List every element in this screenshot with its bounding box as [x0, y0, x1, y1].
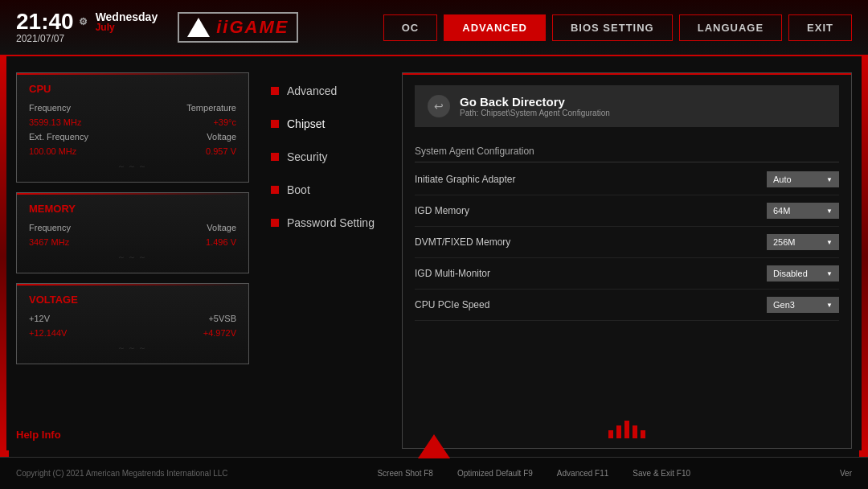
cpu-ext-row: Ext. Frequency Voltage: [29, 132, 236, 142]
menu-dot-security: [271, 153, 279, 161]
bottom-center-triangle: [418, 434, 450, 458]
settings-section-header: System Agent Configuration: [415, 139, 839, 162]
mem-volt-label: Voltage: [207, 223, 236, 232]
right-panel: ↩ Go Back Directory Path: Chipset\System…: [402, 72, 852, 449]
left-panel: CPU Frequency Temperature 3599.13 MHz +3…: [16, 72, 249, 449]
settings-row-2: DVMT/FIXED Memory 256M ▼: [415, 227, 839, 258]
cpu-freq-row: Frequency Temperature: [29, 103, 236, 113]
dropdown-arrow-3: ▼: [826, 270, 833, 277]
main-content: CPU Frequency Temperature 3599.13 MHz +3…: [0, 56, 868, 457]
settings-dropdown-4[interactable]: Gen3 ▼: [767, 297, 839, 313]
memory-title: MEMORY: [29, 203, 236, 215]
clock-day: Wednesday: [96, 11, 158, 23]
tab-oc[interactable]: OC: [383, 14, 438, 41]
gear-icon: ⚙: [79, 17, 88, 27]
cpu-temp-value: +39°c: [213, 117, 236, 127]
go-back-title: Go Back Directory: [460, 95, 610, 109]
settings-value-4: Gen3: [773, 300, 795, 310]
voltage-title: VOLTAGE: [29, 294, 236, 306]
go-back-icon: ↩: [428, 95, 450, 117]
menu-dot-password: [271, 219, 279, 227]
dropdown-arrow-0: ▼: [826, 176, 833, 183]
menu-item-password-setting[interactable]: Password Setting: [261, 208, 390, 237]
settings-label-2: DVMT/FIXED Memory: [415, 236, 510, 248]
dropdown-arrow-1: ▼: [826, 208, 833, 215]
mem-freq-value: 3467 MHz: [29, 237, 69, 247]
settings-dropdown-1[interactable]: 64M ▼: [767, 203, 839, 219]
tab-advanced[interactable]: ADVANCED: [444, 14, 546, 41]
mem-values: 3467 MHz 1.496 V: [29, 237, 236, 247]
tab-exit[interactable]: EXIT: [788, 14, 852, 41]
v5sb-value: +4.972V: [203, 328, 236, 338]
menu-dot-advanced: [271, 87, 279, 95]
menu-item-chipset[interactable]: Chipset: [261, 109, 390, 138]
cpu-volt-label: Voltage: [207, 132, 236, 142]
memory-card: MEMORY Frequency Voltage 3467 MHz 1.496 …: [16, 192, 249, 273]
cpu-ext-label: Ext. Frequency: [29, 132, 88, 142]
volt-values: +12.144V +4.972V: [29, 328, 236, 338]
shortcut-advanced: Advanced F11: [557, 469, 609, 478]
settings-label-0: Initiate Graphic Adapter: [415, 174, 515, 185]
settings-dropdown-2[interactable]: 256M ▼: [767, 234, 839, 250]
top-bar: 21:40 ⚙ Wednesday July 2021/07/07 iiGAME…: [0, 0, 868, 56]
shortcut-save-exit: Save & Exit F10: [633, 469, 690, 478]
copyright-text: Copyright (C) 2021 American Megatrends I…: [16, 469, 227, 478]
wave-deco-volt: ～～～: [29, 343, 236, 354]
settings-label-3: IGD Multi-Monitor: [415, 268, 490, 279]
menu-dot-boot: [271, 186, 279, 194]
menu-label-advanced: Advanced: [287, 84, 337, 97]
cpu-volt-value: 0.957 V: [206, 146, 236, 156]
menu-item-security[interactable]: Security: [261, 142, 390, 171]
cpu-card: CPU Frequency Temperature 3599.13 MHz +3…: [16, 72, 249, 183]
settings-row-0: Initiate Graphic Adapter Auto ▼: [415, 164, 839, 195]
shortcut-optimized: Optimized Default F9: [457, 469, 533, 478]
logo-text: iiGAME: [216, 17, 289, 38]
clock-time: 21:40: [16, 10, 74, 33]
menu-label-password: Password Setting: [287, 216, 375, 229]
v12-label: +12V: [29, 314, 50, 323]
settings-dropdown-3[interactable]: Disabled ▼: [767, 265, 839, 281]
settings-value-2: 256M: [773, 237, 796, 247]
shortcut-screenshot: Screen Shot F8: [377, 469, 432, 478]
settings-label-4: CPU PCIe Speed: [415, 299, 489, 310]
mem-volt-value: 1.496 V: [206, 237, 236, 247]
wave-deco-cpu: ～～～: [29, 161, 236, 172]
settings-label-1: IGD Memory: [415, 205, 469, 216]
settings-value-3: Disabled: [773, 269, 808, 278]
settings-row-3: IGD Multi-Monitor Disabled ▼: [415, 258, 839, 290]
go-back-bar[interactable]: ↩ Go Back Directory Path: Chipset\System…: [415, 85, 839, 127]
tab-language[interactable]: LANGUAGE: [679, 14, 782, 41]
go-back-texts: Go Back Directory Path: Chipset\System A…: [460, 95, 610, 117]
voltage-card: VOLTAGE +12V +5VSB +12.144V +4.972V ～～～: [16, 283, 249, 364]
cpu-freq-values: 3599.13 MHz +39°c: [29, 117, 236, 127]
settings-value-1: 64M: [773, 206, 790, 216]
settings-row-1: IGD Memory 64M ▼: [415, 195, 839, 227]
dropdown-arrow-2: ▼: [826, 239, 833, 246]
v5sb-label: +5VSB: [208, 314, 236, 323]
settings-dropdown-0[interactable]: Auto ▼: [767, 171, 839, 187]
menu-label-chipset: Chipset: [287, 117, 325, 130]
help-info: Help Info: [16, 421, 249, 449]
menu-item-advanced[interactable]: Advanced: [261, 76, 390, 105]
volt-labels: +12V +5VSB: [29, 314, 236, 323]
menu-item-boot[interactable]: Boot: [261, 175, 390, 204]
clock-time-row: 21:40 ⚙ Wednesday July: [16, 10, 158, 33]
cpu-ext-values: 100.00 MHz 0.957 V: [29, 146, 236, 156]
middle-menu: Advanced Chipset Security Boot Password …: [261, 72, 390, 449]
settings-list: System Agent Configuration Initiate Grap…: [403, 139, 851, 321]
tab-bios-setting[interactable]: BIOS SETTING: [552, 14, 673, 41]
dropdown-arrow-4: ▼: [826, 302, 833, 309]
mem-freq-label: Frequency: [29, 223, 71, 232]
settings-row-4: CPU PCIe Speed Gen3 ▼: [415, 290, 839, 321]
bottom-shortcuts: Screen Shot F8 Optimized Default F9 Adva…: [377, 469, 690, 478]
nav-tabs: OC ADVANCED BIOS SETTING LANGUAGE EXIT: [383, 14, 852, 41]
panel-bottom-deco: [608, 421, 645, 438]
menu-label-security: Security: [287, 150, 328, 163]
menu-label-boot: Boot: [287, 183, 310, 196]
mem-labels: Frequency Voltage: [29, 223, 236, 232]
settings-value-0: Auto: [773, 175, 792, 184]
bottom-bar: Copyright (C) 2021 American Megatrends I…: [0, 457, 868, 489]
cpu-freq-value: 3599.13 MHz: [29, 117, 81, 127]
menu-dot-chipset: [271, 120, 279, 128]
cpu-temp-label: Temperature: [186, 103, 236, 113]
